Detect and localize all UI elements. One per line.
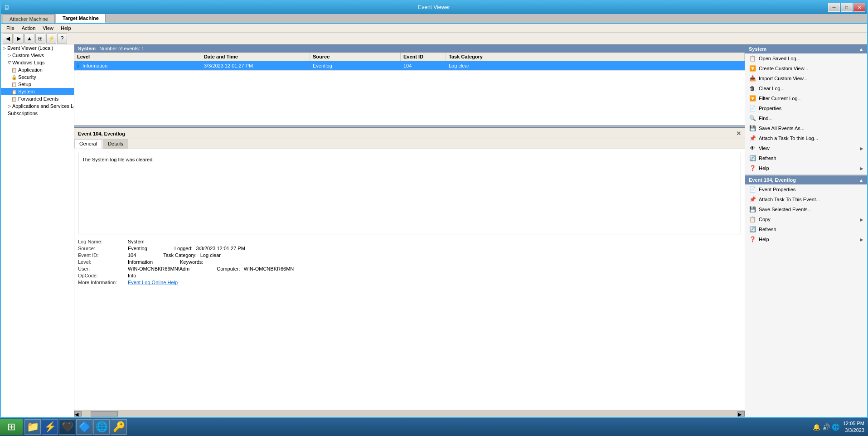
action-save-all-events[interactable]: 💾 Save All Events As...	[745, 123, 867, 133]
sidebar-item-subscriptions-label: Subscriptions	[8, 111, 38, 116]
view-icon: 👁	[749, 145, 756, 152]
toolbar-forward[interactable]: ▶	[14, 34, 24, 44]
restore-button[interactable]: □	[841, 3, 853, 12]
sidebar-item-setup-label: Setup	[18, 82, 31, 87]
toolbar-help[interactable]: ?	[57, 34, 67, 44]
close-button[interactable]: ✕	[853, 3, 865, 12]
sidebar-item-security[interactable]: 🔒 Security	[1, 73, 74, 81]
action-refresh-system[interactable]: 🔄 Refresh	[745, 153, 867, 163]
event-log-online-help-link[interactable]: Event Log Online Help	[128, 280, 178, 285]
field-logged-value: 3/3/2023 12:01:27 PM	[196, 246, 245, 251]
refresh-event-icon: 🔄	[749, 226, 756, 233]
save-all-events-icon: 💾	[749, 125, 756, 132]
field-log-name: Log Name: System	[78, 239, 741, 244]
action-help-event[interactable]: ❓ Help ▶	[745, 234, 867, 244]
action-import-custom-view[interactable]: 📥 Import Custom View...	[745, 73, 867, 83]
menu-action[interactable]: Action	[18, 24, 39, 32]
sidebar-item-subscriptions[interactable]: Subscriptions	[1, 110, 74, 117]
taskbar-blue[interactable]: 🔷	[76, 419, 92, 435]
content-panel: System Number of events: 1 Level Date an…	[74, 44, 745, 417]
create-custom-view-icon: 🔽	[749, 65, 756, 72]
sidebar-item-system[interactable]: 📋 System	[1, 88, 74, 95]
sidebar-item-custom-views[interactable]: ▷ Custom Views	[1, 52, 74, 59]
actions-event-title: Event 104, Eventlog	[749, 177, 796, 183]
action-filter-current-log[interactable]: 🔽 Filter Current Log...	[745, 93, 867, 103]
col-header-eventid[interactable]: Event ID	[401, 53, 446, 61]
action-help-system[interactable]: ❓ Help ▶	[745, 163, 867, 173]
action-save-selected-events[interactable]: 💾 Save Selected Events...	[745, 204, 867, 214]
system-tray-icons: 🔔 🔊 🌐	[813, 423, 839, 431]
action-event-properties-label: Event Properties	[759, 187, 795, 192]
sidebar-item-forwarded-events[interactable]: 📋 Forwarded Events	[1, 95, 74, 102]
tab-target[interactable]: Target Machine	[56, 13, 106, 23]
action-find[interactable]: 🔍 Find...	[745, 113, 867, 123]
action-attach-task-log[interactable]: 📌 Attach a Task To this Log...	[745, 133, 867, 143]
action-open-saved-log-label: Open Saved Log...	[759, 56, 800, 61]
menu-file[interactable]: File	[3, 24, 18, 32]
event-table: Level Date and Time Source Event ID Task…	[74, 53, 745, 125]
field-more-info: More Information: Event Log Online Help	[78, 280, 741, 285]
taskbar-explorer[interactable]: 📁	[24, 419, 41, 435]
menu-view[interactable]: View	[39, 24, 57, 32]
menu-help[interactable]: Help	[57, 24, 75, 32]
start-button[interactable]: ⊞	[0, 419, 23, 435]
row-eventid: 104	[401, 62, 446, 70]
filter-current-log-icon: 🔽	[749, 95, 756, 102]
col-header-taskcategory[interactable]: Task Category	[446, 53, 745, 61]
scroll-right-btn[interactable]: ▶	[737, 411, 745, 417]
col-header-level[interactable]: Level	[74, 53, 201, 61]
system-collapse-arrow[interactable]: ▲	[859, 47, 863, 52]
taskbar-powershell[interactable]: ⚡	[42, 419, 58, 435]
tab-attacker[interactable]: Attacker Machine	[3, 15, 55, 23]
tab-details[interactable]: Details	[103, 139, 128, 149]
taskbar: ⊞ 📁 ⚡ 🖤 🔷 🌐 🔑 🔔 🔊 🌐 12:05 PM 3/3/2023	[0, 418, 868, 436]
sidebar-item-apps-services[interactable]: ▷ Applications and Services Lo...	[1, 102, 74, 110]
taskbar-cmd[interactable]: 🖤	[59, 419, 75, 435]
action-view[interactable]: 👁 View ▶	[745, 143, 867, 153]
sidebar-item-application[interactable]: 📋 Application	[1, 66, 74, 73]
toolbar-action[interactable]: ⚡	[46, 34, 56, 44]
properties-icon: 📄	[749, 105, 756, 112]
tree-root[interactable]: ▷ Event Viewer (Local)	[1, 44, 74, 52]
field-eventid-value: 104	[128, 252, 136, 258]
scroll-thumb[interactable]	[91, 411, 118, 417]
toolbar-up[interactable]: ▲	[24, 34, 34, 44]
action-clear-log[interactable]: 🗑 Clear Log...	[745, 83, 867, 93]
action-properties[interactable]: 📄 Properties	[745, 103, 867, 113]
table-row[interactable]: ℹ Information 3/3/2023 12:01:27 PM Event…	[74, 61, 745, 71]
sidebar-item-apps-services-label: Applications and Services Lo...	[12, 103, 74, 109]
detail-close-button[interactable]: ✕	[736, 130, 741, 137]
toolbar-show-hide[interactable]: ⊞	[35, 34, 45, 44]
action-help-system-label: Help	[759, 165, 769, 171]
taskbar-apps: 📁 ⚡ 🖤 🔷 🌐 🔑	[24, 419, 127, 435]
toolbar-back[interactable]: ◀	[3, 34, 13, 44]
action-open-saved-log[interactable]: 📋 Open Saved Log...	[745, 53, 867, 63]
action-import-custom-view-label: Import Custom View...	[759, 76, 807, 81]
col-header-source[interactable]: Source	[310, 53, 401, 61]
taskbar-ie[interactable]: 🌐	[93, 419, 110, 435]
refresh-system-icon: 🔄	[749, 155, 756, 162]
windows-logo-icon: ⊞	[7, 421, 15, 433]
sidebar-item-setup[interactable]: 📋 Setup	[1, 81, 74, 88]
sidebar-item-windows-logs[interactable]: ▽ Windows Logs	[1, 59, 74, 66]
event-collapse-arrow[interactable]: ▲	[859, 178, 863, 183]
action-event-properties[interactable]: 📄 Event Properties	[745, 184, 867, 194]
scroll-left-btn[interactable]: ◀	[74, 411, 82, 417]
detail-tabs: General Details	[74, 139, 745, 149]
tree-panel: ▷ Event Viewer (Local) ▷ Custom Views ▽ …	[1, 44, 74, 417]
action-create-custom-view[interactable]: 🔽 Create Custom View...	[745, 63, 867, 73]
taskbar-security-app[interactable]: 🔑	[111, 419, 127, 435]
action-attach-task-event[interactable]: 📌 Attach Task To This Event...	[745, 194, 867, 204]
minimize-button[interactable]: ─	[828, 3, 840, 12]
taskbar-clock: 12:05 PM 3/3/2023	[843, 420, 864, 434]
import-custom-view-icon: 📥	[749, 75, 756, 82]
action-copy[interactable]: 📋 Copy ▶	[745, 214, 867, 224]
action-refresh-event[interactable]: 🔄 Refresh	[745, 224, 867, 234]
tab-general[interactable]: General	[74, 139, 102, 149]
horizontal-scrollbar[interactable]: ◀ ▶	[74, 410, 745, 417]
field-opcode-label: OpCode:	[78, 273, 128, 278]
actions-event-header: Event 104, Eventlog ▲	[745, 175, 867, 184]
field-opcode: OpCode: Info	[78, 273, 741, 278]
view-submenu-arrow: ▶	[860, 146, 863, 151]
col-header-datetime[interactable]: Date and Time	[201, 53, 310, 61]
